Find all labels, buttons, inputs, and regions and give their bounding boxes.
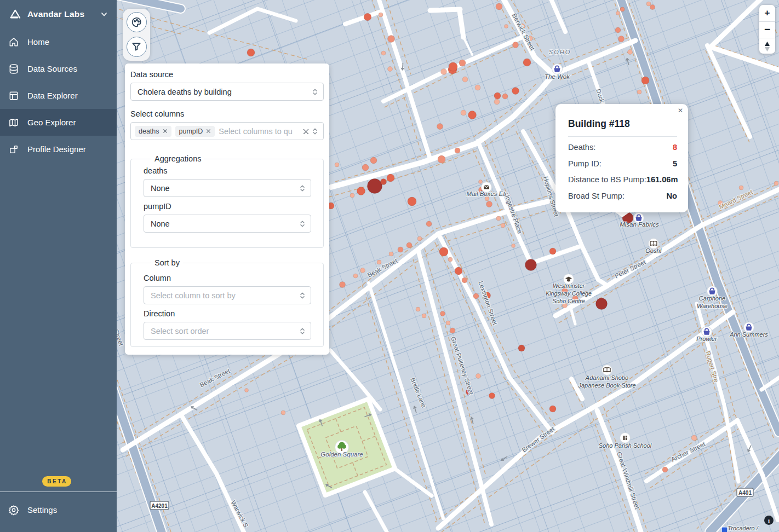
svg-text:Trocadero /: Trocadero / bbox=[728, 525, 758, 531]
svg-text:SOHO: SOHO bbox=[549, 49, 571, 55]
svg-text:Ann Summers: Ann Summers bbox=[729, 331, 768, 338]
svg-text:Japanese Book Store: Japanese Book Store bbox=[577, 382, 635, 389]
svg-text:Gosh!: Gosh! bbox=[645, 247, 661, 254]
svg-text:The Wok: The Wok bbox=[545, 73, 570, 80]
svg-text:Prowler: Prowler bbox=[696, 336, 718, 342]
svg-text:Westminster: Westminster bbox=[553, 282, 585, 289]
svg-text:Kingsway College: Kingsway College bbox=[546, 290, 592, 297]
svg-text:Adanami Shobo: Adanami Shobo bbox=[585, 374, 628, 381]
svg-text:Golden Square: Golden Square bbox=[320, 451, 363, 458]
svg-text:Carphone: Carphone bbox=[699, 295, 725, 302]
svg-text:Warehouse: Warehouse bbox=[697, 303, 728, 309]
svg-text:Soho Parish School: Soho Parish School bbox=[599, 442, 652, 449]
svg-text:Mail Boxes Etc.: Mail Boxes Etc. bbox=[466, 190, 509, 197]
svg-text:A401: A401 bbox=[738, 490, 752, 496]
svg-text:Soho Centre: Soho Centre bbox=[553, 298, 585, 304]
svg-text:A4201: A4201 bbox=[151, 503, 168, 509]
